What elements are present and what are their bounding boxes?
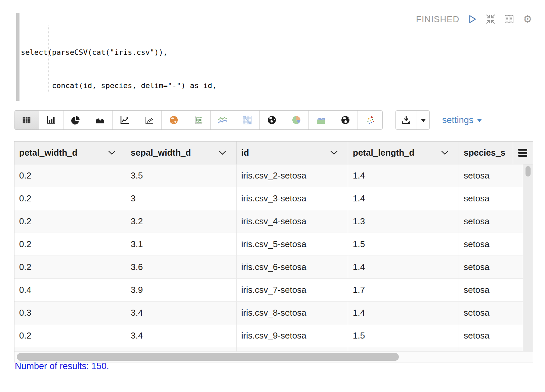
- chart-btn-bar[interactable]: [39, 111, 64, 129]
- column-header-label: petal_width_d: [19, 148, 77, 158]
- horizontal-scrollbar-thumb[interactable]: [17, 353, 399, 361]
- table-cell: iris.csv_6-setosa: [237, 256, 348, 279]
- run-play-icon[interactable]: [466, 13, 478, 25]
- table-cell: [459, 347, 523, 352]
- chart-btn-table[interactable]: [14, 111, 39, 129]
- table-cell: [14, 347, 126, 352]
- table-row: 0.3 3.4 iris.csv_8-setosa 1.4 setosa: [14, 302, 523, 324]
- table-row: 0.4 3.9 iris.csv_7-setosa 1.7 setosa: [14, 279, 523, 302]
- pie-pastel-icon: [291, 115, 302, 125]
- table-row: 0.2 3.1 iris.csv_5-setosa 1.5 setosa: [14, 233, 523, 256]
- download-dropdown-button[interactable]: [417, 111, 429, 129]
- columns-menu-button[interactable]: [513, 142, 532, 164]
- table-cell: 1.3: [348, 210, 459, 233]
- column-header-petal-length[interactable]: petal_length_d: [348, 142, 459, 164]
- chart-btn-pie-pastel[interactable]: [284, 111, 309, 129]
- download-button[interactable]: [396, 111, 417, 129]
- column-header-label: sepal_width_d: [131, 148, 191, 158]
- table-icon: [22, 115, 32, 125]
- table-cell: 1.4: [348, 164, 459, 187]
- table-row: 0.2 3 iris.csv_3-setosa 1.4 setosa: [14, 187, 523, 210]
- gear-icon[interactable]: ⚙: [522, 13, 533, 25]
- chart-btn-map-orange[interactable]: [162, 111, 186, 129]
- chevron-down-icon[interactable]: [441, 151, 449, 155]
- vertical-scrollbar-thumb[interactable]: [526, 166, 531, 177]
- download-group: [395, 110, 430, 130]
- chevron-down-icon[interactable]: [330, 151, 338, 155]
- code-line: select(parseCSV(cat("iris.csv")),: [21, 47, 404, 58]
- globe-orange-icon: [168, 115, 179, 125]
- matrix-heatmap-icon: [242, 115, 253, 125]
- table-cell: 3: [126, 187, 237, 210]
- chart-btn-scatter[interactable]: [137, 111, 162, 129]
- table-cell: iris.csv_7-setosa: [237, 279, 348, 302]
- column-header-sepal-width[interactable]: sepal_width_d: [126, 142, 237, 164]
- globe-dark-2-icon: [340, 115, 351, 125]
- table-rows: 0.2 3.5 iris.csv_2-setosa 1.4 setosa 0.2…: [14, 164, 523, 352]
- globe-dark-icon: [266, 115, 277, 125]
- table-cell: 3.4: [126, 324, 237, 347]
- table-cell: 1.4: [348, 256, 459, 279]
- chart-btn-scatter-colored[interactable]: [358, 111, 382, 129]
- chart-btn-heatmap[interactable]: [235, 111, 260, 129]
- chart-btn-globe[interactable]: [260, 111, 284, 129]
- table-cell: setosa: [459, 210, 523, 233]
- line-chart-icon: [119, 115, 130, 125]
- chart-type-group: [14, 110, 383, 130]
- chart-btn-globe-2[interactable]: [333, 111, 358, 129]
- results-count-text: Number of results: 150.: [15, 361, 109, 371]
- chart-btn-bubble[interactable]: [186, 111, 211, 129]
- table-cell: 3.1: [126, 233, 237, 256]
- vertical-scrollbar-track: [523, 164, 533, 352]
- chart-btn-stacked-area[interactable]: [309, 111, 333, 129]
- table-cell: 1.5: [348, 324, 459, 347]
- chevron-down-icon[interactable]: [108, 151, 116, 155]
- table-cell: 3.5: [126, 164, 237, 187]
- settings-caret-icon: [477, 119, 482, 125]
- multi-line-chart-icon: [217, 115, 228, 125]
- table-row-partial: [14, 347, 523, 352]
- caret-down-icon: [421, 119, 426, 125]
- column-header-petal-width[interactable]: petal_width_d: [14, 142, 126, 164]
- table-cell: 3.9: [126, 279, 237, 302]
- paragraph-gutter-bar: [16, 13, 19, 101]
- notebook-icon[interactable]: [503, 13, 515, 25]
- column-header-label: id: [241, 148, 249, 158]
- bubble-chart-icon: [193, 115, 204, 125]
- table-cell: setosa: [459, 233, 523, 256]
- area-chart-icon: [95, 115, 106, 125]
- table-cell: 1.4: [348, 302, 459, 324]
- chart-btn-pie[interactable]: [64, 111, 88, 129]
- table-row: 0.2 3.6 iris.csv_6-setosa 1.4 setosa: [14, 256, 523, 279]
- table-row: 0.2 3.2 iris.csv_4-setosa 1.3 setosa: [14, 210, 523, 233]
- pie-chart-icon: [70, 115, 81, 125]
- table-cell: iris.csv_9-setosa: [237, 324, 348, 347]
- code-line: concat(id, species, delim="-") as id,: [21, 80, 404, 91]
- table-cell: 0.2: [14, 164, 126, 187]
- table-cell: 1.7: [348, 279, 459, 302]
- scatter-colored-icon: [365, 115, 376, 125]
- collapse-icon[interactable]: [485, 13, 496, 25]
- table-cell: iris.csv_3-setosa: [237, 187, 348, 210]
- settings-label: settings: [442, 115, 473, 125]
- table-cell: 3.2: [126, 210, 237, 233]
- table-cell: 1.4: [348, 187, 459, 210]
- table-cell: setosa: [459, 256, 523, 279]
- column-header-species[interactable]: species_s: [459, 142, 513, 164]
- display-toolbar: settings: [14, 110, 482, 130]
- settings-toggle[interactable]: settings: [442, 110, 482, 130]
- table-cell: 0.4: [14, 279, 126, 302]
- table-cell: [348, 347, 459, 352]
- table-cell: 0.2: [14, 187, 126, 210]
- results-table: petal_width_d sepal_width_d id petal_len…: [14, 141, 533, 362]
- table-cell: 0.2: [14, 233, 126, 256]
- chart-btn-multi-line[interactable]: [211, 111, 235, 129]
- table-body: 0.2 3.5 iris.csv_2-setosa 1.4 setosa 0.2…: [14, 164, 533, 352]
- hamburger-menu-icon: [518, 149, 527, 157]
- column-header-id[interactable]: id: [237, 142, 348, 164]
- stacked-area-icon: [316, 115, 326, 125]
- chart-btn-line[interactable]: [113, 111, 137, 129]
- chart-btn-area[interactable]: [88, 111, 113, 129]
- table-cell: 3.4: [126, 302, 237, 324]
- chevron-down-icon[interactable]: [219, 151, 226, 155]
